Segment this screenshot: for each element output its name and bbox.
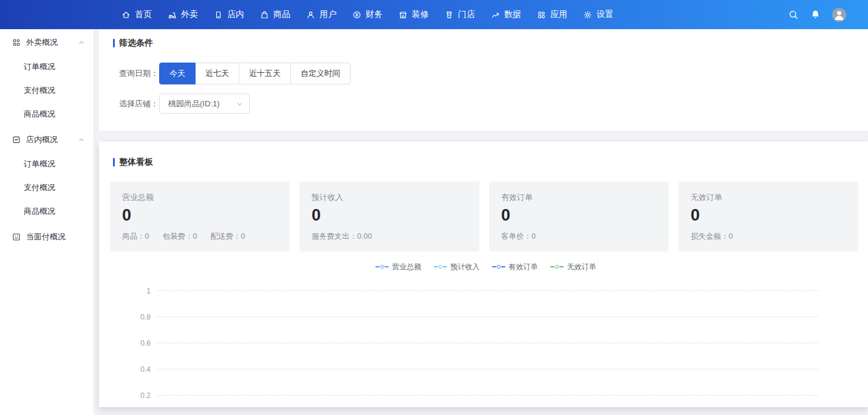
nav-item-label: 应用 [550,9,567,20]
date-option-custom[interactable]: 自定义时间 [290,63,350,84]
sidebar-group-label: 店内概况 [26,134,58,145]
sidebar-item-label: 支付概况 [24,85,55,96]
date-filter-label: 查询日期： [119,68,159,79]
sidebar-group-label: 外卖概况 [26,37,58,48]
shop-icon [445,10,454,19]
stat-detail: 客单价：0 [501,232,536,242]
nav-menu: 首页 外卖 店内 商品 用户 财务 装修 门店 [121,0,613,29]
nav-item-apps[interactable]: 应用 [537,0,567,29]
date-option-last7days[interactable]: 近七天 [195,63,239,84]
shop-filter-label: 选择店铺： [119,98,159,109]
nav-item-settings[interactable]: 设置 [583,0,613,29]
chart-grid-row: 0.6 [113,330,858,356]
sidebar-item-label: 订单概况 [24,61,55,72]
chart-box-icon [12,135,21,144]
chart-grid-row: 1 [113,278,858,304]
overview-card: 整体看板 营业总额 0 商品：0 包装费：0 配送费：0 预计收入 0 服务费支… [99,142,868,407]
user-avatar[interactable] [832,8,846,22]
stat-detail: 商品：0 [122,232,149,242]
search-icon[interactable] [788,10,799,20]
stat-detail: 配送费：0 [210,232,245,242]
stat-value: 0 [691,207,846,225]
nav-item-shop[interactable]: 门店 [445,0,475,29]
face-pay-icon [12,233,21,241]
shop-select[interactable]: 桃园尚品(ID:1) [159,94,250,114]
sidebar-item-label: 商品概况 [24,206,55,217]
chevron-up-icon [78,39,84,46]
section-title-text: 筛选条件 [119,38,153,49]
nav-item-data[interactable]: 数据 [491,0,521,29]
date-filter-row: 查询日期： 今天 近七天 近十五天 自定义时间 [119,63,858,84]
navbar-right [788,8,868,22]
nav-item-home[interactable]: 首页 [121,0,152,29]
stat-value: 0 [312,207,467,225]
data-icon [491,10,500,19]
bell-icon[interactable] [811,10,820,19]
top-navbar: 首页 外卖 店内 商品 用户 财务 装修 门店 [0,0,868,29]
filter-section-title: 筛选条件 [113,38,858,49]
stat-details: 客单价：0 [501,232,657,242]
title-accent-bar [113,39,115,47]
legend-marker-icon [492,265,505,269]
apps-icon [537,10,546,19]
chart-legend: 营业总额 预计收入 有效订单 无效订单 [113,262,858,271]
legend-item-valid-orders[interactable]: 有效订单 [492,262,538,272]
legend-item-estimated-income[interactable]: 预计收入 [434,262,480,272]
sidebar-item-instore-goods[interactable]: 商品概况 [0,199,94,223]
section-title-text: 整体看板 [119,157,153,168]
shop-filter-row: 选择店铺： 桃园尚品(ID:1) [119,94,858,114]
nav-item-takeout[interactable]: 外卖 [168,0,198,29]
sidebar-item-takeout-payments[interactable]: 支付概况 [0,78,94,102]
stat-detail: 服务费支出：0.00 [312,232,372,242]
stat-details: 商品：0 包装费：0 配送费：0 [122,232,278,242]
stat-title: 有效订单 [501,192,657,203]
chart-grid-row: 0.2 [113,382,858,407]
sidebar-item-label: 订单概况 [24,159,55,170]
nav-item-label: 外卖 [181,9,198,20]
sidebar-group-takeout-overview[interactable]: 外卖概况 [0,30,94,55]
nav-item-label: 商品 [273,9,290,20]
finance-icon [352,10,361,19]
nav-item-label: 店内 [227,9,244,20]
gridline [156,290,819,291]
nav-item-instore[interactable]: 店内 [214,0,244,29]
legend-marker-icon [375,265,389,269]
sidebar-item-label: 支付概况 [24,182,55,193]
nav-item-finance[interactable]: 财务 [352,0,383,29]
stat-title: 营业总额 [122,192,278,203]
nav-item-label: 门店 [458,9,475,20]
sidebar-group-facepay-overview[interactable]: 当面付概况 [0,225,94,249]
date-option-last15days[interactable]: 近十五天 [239,63,291,84]
home-icon [121,10,131,19]
stat-value: 0 [501,207,657,225]
chart-grid-row: 0.8 [113,304,858,330]
goods-icon [260,10,269,19]
nav-item-label: 数据 [504,9,521,20]
sidebar: 外卖概况 订单概况 支付概况 商品概况 店内概况 订单概况 支付概况 商品概况 … [0,29,94,415]
gridline [156,317,819,317]
nav-item-decorate[interactable]: 装修 [398,0,429,29]
sidebar-item-instore-payments[interactable]: 支付概况 [0,176,94,199]
stat-detail: 损失金额：0 [691,232,733,242]
legend-item-revenue[interactable]: 营业总额 [375,262,422,272]
stat-value: 0 [122,207,278,225]
nav-item-user[interactable]: 用户 [306,0,337,29]
instore-icon [214,10,223,19]
sidebar-item-takeout-orders[interactable]: 订单概况 [0,55,94,78]
legend-item-invalid-orders[interactable]: 无效订单 [550,262,596,272]
filter-card: 筛选条件 查询日期： 今天 近七天 近十五天 自定义时间 选择店铺： 桃园尚品(… [99,29,868,131]
sidebar-group-instore-overview[interactable]: 店内概况 [0,128,94,152]
stat-details: 服务费支出：0.00 [312,232,467,242]
nav-item-goods[interactable]: 商品 [260,0,290,29]
stat-card-invalid-orders: 无效订单 0 损失金额：0 [678,182,858,252]
sidebar-item-label: 商品概况 [24,109,55,120]
date-option-today[interactable]: 今天 [159,63,196,84]
stat-title: 无效订单 [691,192,846,203]
shop-select-value: 桃园尚品(ID:1) [168,98,220,109]
sidebar-item-instore-orders[interactable]: 订单概况 [0,152,94,176]
y-axis-tick-label: 0.6 [113,339,151,348]
sidebar-group-label: 当面付概况 [26,232,66,242]
sidebar-item-takeout-goods[interactable]: 商品概况 [0,102,94,126]
overview-section-title: 整体看板 [113,157,858,168]
decorate-icon [398,10,408,19]
